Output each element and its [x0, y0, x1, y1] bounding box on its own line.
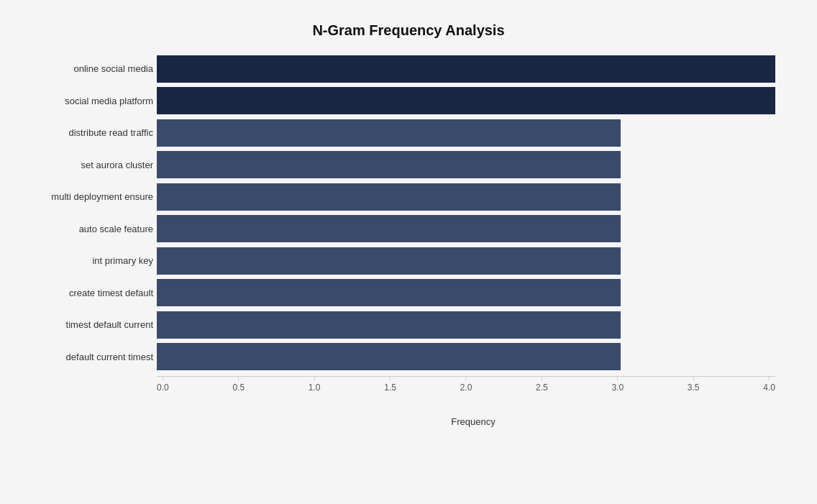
chart-container: N-Gram Frequency Analysis online social … — [13, 8, 804, 497]
tick-line — [769, 377, 770, 380]
bar-fill — [157, 119, 621, 147]
bar-fill — [157, 279, 621, 306]
bar-row: online social media — [157, 53, 775, 86]
bar-row: timest default current — [157, 309, 775, 342]
tick-line — [465, 377, 466, 380]
x-axis-label: Frequency — [27, 416, 790, 427]
x-tick: 3.5 — [688, 377, 700, 393]
bar-row: set aurora cluster — [157, 149, 775, 181]
bar-label: auto scale feature — [27, 224, 153, 234]
bar-fill — [157, 151, 621, 178]
tick-label: 0.0 — [157, 382, 169, 393]
tick-label: 3.0 — [611, 382, 624, 393]
tick-line — [542, 377, 542, 380]
bar-fill — [157, 183, 621, 211]
tick-label: 2.0 — [460, 382, 473, 393]
bar-track — [157, 247, 775, 275]
bar-label: default current timest — [27, 352, 153, 362]
bar-label: int primary key — [27, 255, 153, 266]
bar-row: int primary key — [157, 245, 775, 278]
bar-fill — [157, 215, 621, 242]
x-tick: 0.0 — [157, 377, 169, 393]
bars-section: online social mediasocial media platform… — [27, 53, 790, 373]
bar-track — [157, 119, 775, 147]
bar-label: distribute read traffic — [27, 127, 153, 138]
bar-fill — [157, 55, 775, 83]
x-tick: 1.0 — [309, 377, 321, 393]
x-tick: 0.5 — [232, 377, 245, 393]
bar-row: auto scale feature — [157, 213, 775, 245]
tick-line — [238, 377, 239, 380]
tick-label: 0.5 — [232, 382, 245, 393]
tick-label: 1.0 — [309, 382, 321, 393]
x-tick: 3.0 — [611, 377, 624, 393]
bar-track — [157, 311, 775, 339]
x-axis-container: 0.00.51.01.52.02.53.03.54.0 — [27, 376, 790, 412]
bar-track — [157, 183, 775, 211]
bar-track — [157, 215, 775, 242]
bar-fill — [157, 311, 621, 339]
bar-track — [157, 87, 775, 114]
x-ticks: 0.00.51.01.52.02.53.03.54.0 — [157, 377, 775, 393]
bar-label: timest default current — [27, 319, 153, 330]
x-tick: 4.0 — [763, 377, 775, 393]
x-tick: 2.5 — [536, 377, 548, 393]
bar-track — [157, 279, 775, 306]
bar-fill — [157, 247, 621, 275]
tick-line — [314, 377, 315, 380]
bar-track — [157, 151, 775, 178]
tick-label: 4.0 — [763, 382, 775, 393]
chart-title: N-Gram Frequency Analysis — [27, 22, 790, 39]
chart-area: online social mediasocial media platform… — [27, 53, 790, 427]
bar-label: multi deployment ensure — [27, 191, 153, 202]
tick-line — [390, 377, 391, 380]
bar-label: social media platform — [27, 96, 153, 106]
tick-line — [617, 377, 618, 380]
tick-label: 1.5 — [384, 382, 396, 393]
bar-label: create timest default — [27, 288, 153, 298]
bar-row: create timest default — [157, 277, 775, 309]
bar-fill — [157, 87, 775, 114]
tick-line — [163, 377, 163, 380]
tick-label: 2.5 — [536, 382, 548, 393]
bar-label: online social media — [27, 63, 153, 74]
tick-label: 3.5 — [688, 382, 700, 393]
x-tick: 2.0 — [460, 377, 473, 393]
x-tick: 1.5 — [384, 377, 396, 393]
bar-fill — [157, 343, 621, 370]
bar-track — [157, 55, 775, 83]
bar-row: default current timest — [157, 341, 775, 373]
bar-track — [157, 343, 775, 370]
bar-label: set aurora cluster — [27, 160, 153, 170]
tick-line — [693, 377, 694, 380]
bar-row: social media platform — [157, 85, 775, 117]
bar-row: multi deployment ensure — [157, 181, 775, 214]
bar-row: distribute read traffic — [157, 117, 775, 150]
